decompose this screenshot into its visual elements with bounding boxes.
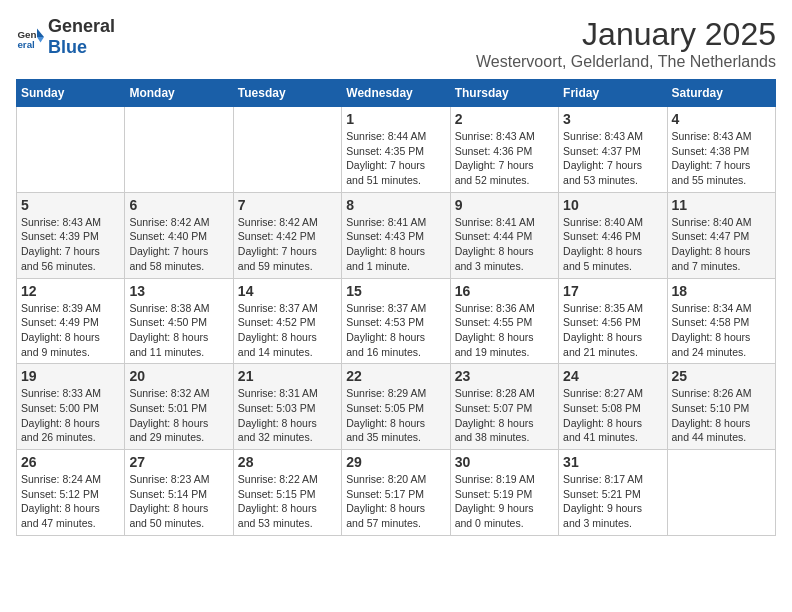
svg-marker-3 — [37, 37, 44, 43]
day-number: 10 — [563, 197, 662, 213]
table-row: 11Sunrise: 8:40 AM Sunset: 4:47 PM Dayli… — [667, 192, 775, 278]
table-row: 17Sunrise: 8:35 AM Sunset: 4:56 PM Dayli… — [559, 278, 667, 364]
table-row: 30Sunrise: 8:19 AM Sunset: 5:19 PM Dayli… — [450, 450, 558, 536]
day-number: 18 — [672, 283, 771, 299]
day-number: 30 — [455, 454, 554, 470]
day-info: Sunrise: 8:23 AM Sunset: 5:14 PM Dayligh… — [129, 472, 228, 531]
table-row: 8Sunrise: 8:41 AM Sunset: 4:43 PM Daylig… — [342, 192, 450, 278]
table-row: 16Sunrise: 8:36 AM Sunset: 4:55 PM Dayli… — [450, 278, 558, 364]
table-row: 25Sunrise: 8:26 AM Sunset: 5:10 PM Dayli… — [667, 364, 775, 450]
table-row: 23Sunrise: 8:28 AM Sunset: 5:07 PM Dayli… — [450, 364, 558, 450]
day-number: 11 — [672, 197, 771, 213]
day-info: Sunrise: 8:37 AM Sunset: 4:53 PM Dayligh… — [346, 301, 445, 360]
day-number: 5 — [21, 197, 120, 213]
day-info: Sunrise: 8:40 AM Sunset: 4:46 PM Dayligh… — [563, 215, 662, 274]
day-number: 19 — [21, 368, 120, 384]
day-info: Sunrise: 8:37 AM Sunset: 4:52 PM Dayligh… — [238, 301, 337, 360]
table-row: 26Sunrise: 8:24 AM Sunset: 5:12 PM Dayli… — [17, 450, 125, 536]
day-info: Sunrise: 8:28 AM Sunset: 5:07 PM Dayligh… — [455, 386, 554, 445]
day-info: Sunrise: 8:27 AM Sunset: 5:08 PM Dayligh… — [563, 386, 662, 445]
calendar-header: Sunday Monday Tuesday Wednesday Thursday… — [17, 80, 776, 107]
day-number: 6 — [129, 197, 228, 213]
table-row: 27Sunrise: 8:23 AM Sunset: 5:14 PM Dayli… — [125, 450, 233, 536]
day-number: 25 — [672, 368, 771, 384]
day-info: Sunrise: 8:29 AM Sunset: 5:05 PM Dayligh… — [346, 386, 445, 445]
table-row: 22Sunrise: 8:29 AM Sunset: 5:05 PM Dayli… — [342, 364, 450, 450]
table-row: 19Sunrise: 8:33 AM Sunset: 5:00 PM Dayli… — [17, 364, 125, 450]
svg-marker-2 — [37, 29, 44, 37]
table-row: 14Sunrise: 8:37 AM Sunset: 4:52 PM Dayli… — [233, 278, 341, 364]
day-info: Sunrise: 8:22 AM Sunset: 5:15 PM Dayligh… — [238, 472, 337, 531]
col-sunday: Sunday — [17, 80, 125, 107]
day-info: Sunrise: 8:39 AM Sunset: 4:49 PM Dayligh… — [21, 301, 120, 360]
table-row: 7Sunrise: 8:42 AM Sunset: 4:42 PM Daylig… — [233, 192, 341, 278]
day-info: Sunrise: 8:24 AM Sunset: 5:12 PM Dayligh… — [21, 472, 120, 531]
day-number: 28 — [238, 454, 337, 470]
day-number: 14 — [238, 283, 337, 299]
logo-general-text: General — [48, 16, 115, 36]
day-number: 26 — [21, 454, 120, 470]
calendar-subtitle: Westervoort, Gelderland, The Netherlands — [476, 53, 776, 71]
day-info: Sunrise: 8:19 AM Sunset: 5:19 PM Dayligh… — [455, 472, 554, 531]
table-row: 12Sunrise: 8:39 AM Sunset: 4:49 PM Dayli… — [17, 278, 125, 364]
day-number: 23 — [455, 368, 554, 384]
calendar-body: 1Sunrise: 8:44 AM Sunset: 4:35 PM Daylig… — [17, 107, 776, 536]
day-number: 24 — [563, 368, 662, 384]
col-monday: Monday — [125, 80, 233, 107]
day-number: 9 — [455, 197, 554, 213]
day-info: Sunrise: 8:43 AM Sunset: 4:36 PM Dayligh… — [455, 129, 554, 188]
day-number: 27 — [129, 454, 228, 470]
table-row: 2Sunrise: 8:43 AM Sunset: 4:36 PM Daylig… — [450, 107, 558, 193]
day-info: Sunrise: 8:43 AM Sunset: 4:37 PM Dayligh… — [563, 129, 662, 188]
table-row: 4Sunrise: 8:43 AM Sunset: 4:38 PM Daylig… — [667, 107, 775, 193]
calendar-table: Sunday Monday Tuesday Wednesday Thursday… — [16, 79, 776, 536]
table-row: 20Sunrise: 8:32 AM Sunset: 5:01 PM Dayli… — [125, 364, 233, 450]
table-row: 6Sunrise: 8:42 AM Sunset: 4:40 PM Daylig… — [125, 192, 233, 278]
day-number: 8 — [346, 197, 445, 213]
calendar-title: January 2025 — [476, 16, 776, 53]
col-wednesday: Wednesday — [342, 80, 450, 107]
day-info: Sunrise: 8:42 AM Sunset: 4:42 PM Dayligh… — [238, 215, 337, 274]
table-row: 13Sunrise: 8:38 AM Sunset: 4:50 PM Dayli… — [125, 278, 233, 364]
table-row: 29Sunrise: 8:20 AM Sunset: 5:17 PM Dayli… — [342, 450, 450, 536]
day-info: Sunrise: 8:41 AM Sunset: 4:43 PM Dayligh… — [346, 215, 445, 274]
day-info: Sunrise: 8:26 AM Sunset: 5:10 PM Dayligh… — [672, 386, 771, 445]
col-tuesday: Tuesday — [233, 80, 341, 107]
col-saturday: Saturday — [667, 80, 775, 107]
day-number: 13 — [129, 283, 228, 299]
day-number: 22 — [346, 368, 445, 384]
day-info: Sunrise: 8:36 AM Sunset: 4:55 PM Dayligh… — [455, 301, 554, 360]
logo: Gen eral General Blue — [16, 16, 115, 58]
page-header: Gen eral General Blue January 2025 Weste… — [16, 16, 776, 71]
day-number: 7 — [238, 197, 337, 213]
day-info: Sunrise: 8:40 AM Sunset: 4:47 PM Dayligh… — [672, 215, 771, 274]
day-info: Sunrise: 8:44 AM Sunset: 4:35 PM Dayligh… — [346, 129, 445, 188]
table-row — [125, 107, 233, 193]
day-number: 29 — [346, 454, 445, 470]
table-row: 3Sunrise: 8:43 AM Sunset: 4:37 PM Daylig… — [559, 107, 667, 193]
table-row: 31Sunrise: 8:17 AM Sunset: 5:21 PM Dayli… — [559, 450, 667, 536]
table-row — [667, 450, 775, 536]
day-number: 4 — [672, 111, 771, 127]
title-block: January 2025 Westervoort, Gelderland, Th… — [476, 16, 776, 71]
day-number: 16 — [455, 283, 554, 299]
day-number: 31 — [563, 454, 662, 470]
day-info: Sunrise: 8:43 AM Sunset: 4:39 PM Dayligh… — [21, 215, 120, 274]
table-row — [17, 107, 125, 193]
day-number: 15 — [346, 283, 445, 299]
table-row: 21Sunrise: 8:31 AM Sunset: 5:03 PM Dayli… — [233, 364, 341, 450]
col-thursday: Thursday — [450, 80, 558, 107]
day-info: Sunrise: 8:32 AM Sunset: 5:01 PM Dayligh… — [129, 386, 228, 445]
table-row: 5Sunrise: 8:43 AM Sunset: 4:39 PM Daylig… — [17, 192, 125, 278]
table-row: 9Sunrise: 8:41 AM Sunset: 4:44 PM Daylig… — [450, 192, 558, 278]
logo-blue-text: Blue — [48, 37, 87, 57]
day-number: 3 — [563, 111, 662, 127]
svg-text:eral: eral — [17, 39, 35, 50]
day-info: Sunrise: 8:34 AM Sunset: 4:58 PM Dayligh… — [672, 301, 771, 360]
day-info: Sunrise: 8:35 AM Sunset: 4:56 PM Dayligh… — [563, 301, 662, 360]
logo-icon: Gen eral — [16, 23, 44, 51]
day-info: Sunrise: 8:42 AM Sunset: 4:40 PM Dayligh… — [129, 215, 228, 274]
day-info: Sunrise: 8:33 AM Sunset: 5:00 PM Dayligh… — [21, 386, 120, 445]
day-info: Sunrise: 8:31 AM Sunset: 5:03 PM Dayligh… — [238, 386, 337, 445]
day-number: 2 — [455, 111, 554, 127]
